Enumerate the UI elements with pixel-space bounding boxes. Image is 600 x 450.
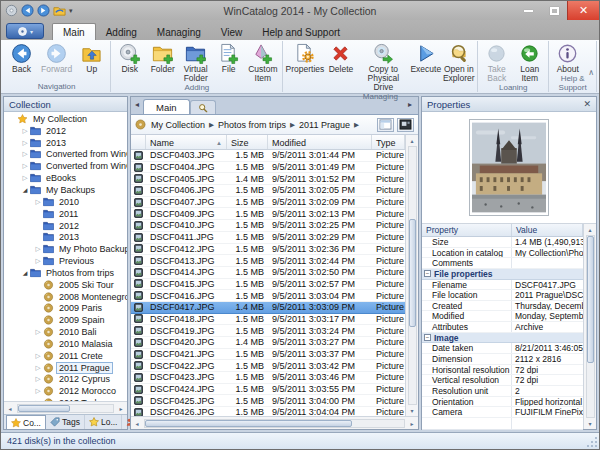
tree-item-2011-crete[interactable]: ▷2011 Crete: [4, 350, 127, 362]
tab-help-and-support[interactable]: Help and Support: [252, 24, 350, 40]
value-column-header[interactable]: Value: [512, 224, 583, 236]
property-row-size[interactable]: Size1.4 MB (1,490,913 ...: [422, 237, 583, 248]
property-row-modified[interactable]: ModifiedMonday, Septembe...: [422, 311, 583, 322]
property-row-camera[interactable]: CameraFUJIFILM FinePix F...: [422, 407, 583, 418]
tree-item-converted-from-wincatalog[interactable]: ▷Converted from WinCatalog: [4, 160, 127, 172]
scroll-left-icon[interactable]: ◂: [131, 420, 143, 427]
file-row-dscf0426-jpg[interactable]: DSCF0426.JPG1.5 MB9/5/2011 3:04:04 PMPic…: [131, 407, 405, 416]
file-row-dscf0412-jpg[interactable]: DSCF0412.JPG1.5 MB9/5/2011 3:02:36 PMPic…: [131, 244, 405, 256]
collapse-group-icon[interactable]: −: [424, 270, 431, 277]
property-row-location-in-catalog[interactable]: Location in catalogMy Collection\Phot...: [422, 248, 583, 259]
tab-adding[interactable]: Adding: [96, 24, 147, 40]
copy-to-physical-drive-button[interactable]: Copy to Physical Drive: [357, 41, 409, 92]
file-row-dscf0411-jpg[interactable]: DSCF0411.JPG1.5 MB9/5/2011 3:02:29 PMPic…: [131, 232, 405, 244]
file-row-dscf0424-jpg[interactable]: DSCF0424.JPG1.5 MB9/5/2011 3:03:55 PMPic…: [131, 384, 405, 396]
loan-item-button[interactable]: Loan Item: [513, 41, 546, 83]
scroll-left-icon[interactable]: ◂: [4, 405, 16, 412]
tree-item-my-photo-backup-old[interactable]: ▷My Photo Backup (Old): [4, 243, 127, 255]
tree-item-2011-prague[interactable]: ▷2011 Prague: [4, 362, 127, 374]
sidebar-tab-tags[interactable]: Tags: [46, 415, 85, 429]
scroll-down-icon[interactable]: ▾: [588, 418, 591, 429]
back-button[interactable]: Back: [5, 41, 38, 74]
app-menu-button[interactable]: ▾: [6, 23, 44, 39]
panel-close-icon[interactable]: ✕: [583, 99, 591, 109]
breadcrumb-arrow-icon[interactable]: ▶: [208, 121, 215, 129]
file-row-dscf0407-jpg[interactable]: DSCF0407.JPG1.5 MB9/5/2011 3:02:09 PMPic…: [131, 197, 405, 209]
expander-closed-icon[interactable]: ▷: [20, 139, 30, 147]
tree-item-2012[interactable]: ▷2012: [4, 125, 127, 137]
maximize-button[interactable]: [541, 1, 567, 20]
expander-closed-icon[interactable]: ▷: [20, 174, 30, 182]
expander-open-icon[interactable]: ◢: [20, 269, 30, 276]
tree-item-previous[interactable]: ▷Previous: [4, 255, 127, 267]
scroll-thumb[interactable]: [18, 405, 70, 412]
file-row-dscf0414-jpg[interactable]: DSCF0414.JPG1.5 MB9/5/2011 3:02:50 PMPic…: [131, 267, 405, 279]
list-vertical-scrollbar[interactable]: ▴ ▾: [405, 135, 418, 416]
tab-main[interactable]: Main: [52, 23, 96, 40]
expander-open-icon[interactable]: ◢: [20, 186, 30, 193]
expander-closed-icon[interactable]: ▷: [20, 162, 30, 170]
tree-item-2013[interactable]: ▷2013: [4, 137, 127, 149]
scroll-track[interactable]: [144, 419, 405, 428]
column-header-size[interactable]: Size: [227, 135, 268, 149]
doc-tab-scroll-left-icon[interactable]: ◂: [133, 100, 143, 111]
scroll-thumb[interactable]: [145, 420, 352, 427]
column-header-name[interactable]: Name▲: [146, 135, 227, 149]
scroll-track[interactable]: [17, 404, 114, 413]
property-row-file-location[interactable]: File location2011 Prague\DSCF...: [422, 290, 583, 301]
doc-tab-main[interactable]: Main: [143, 99, 190, 114]
scroll-down-icon[interactable]: ▾: [410, 405, 413, 416]
disk-button[interactable]: Disk: [113, 41, 146, 74]
collapse-group-icon[interactable]: −: [424, 334, 431, 341]
tree-item-2010-bali[interactable]: ▷2010 Bali: [4, 326, 127, 338]
virtual-folder-button[interactable]: Virtual Folder: [179, 41, 212, 83]
sidebar-tab-co[interactable]: Co...: [6, 415, 46, 429]
file-button[interactable]: File: [212, 41, 245, 74]
tree-item-my-collection[interactable]: My Collection: [4, 113, 127, 125]
property-row-filename[interactable]: FilenameDSCF0417.JPG: [422, 280, 583, 291]
sidebar-tab-lo[interactable]: Lo...: [85, 415, 123, 429]
scroll-up-icon[interactable]: ▴: [588, 224, 591, 235]
change-view-button[interactable]: [377, 118, 394, 132]
file-row-dscf0403-jpg[interactable]: DSCF0403.JPG1.5 MB9/5/2011 3:01:44 PMPic…: [131, 150, 405, 162]
open-in-explorer-button[interactable]: Open in Explorer: [442, 41, 475, 83]
wincatalog-logo-icon[interactable]: [53, 4, 66, 17]
sidebar-horizontal-scrollbar[interactable]: ◂ ▸: [4, 401, 127, 414]
properties-button[interactable]: Properties: [285, 41, 324, 74]
tree-item-2013[interactable]: 2013: [4, 231, 127, 243]
qat-dropdown-icon[interactable]: ▾: [69, 4, 73, 17]
forward-circle-icon[interactable]: [37, 4, 50, 17]
delete-button[interactable]: Delete: [324, 41, 357, 74]
property-column-header[interactable]: Property: [422, 224, 512, 236]
scroll-thumb[interactable]: [409, 219, 416, 327]
breadcrumb-item-my-collection[interactable]: My Collection: [148, 120, 208, 130]
list-horizontal-scrollbar[interactable]: ◂ ▸: [131, 416, 418, 429]
expander-closed-icon[interactable]: ▷: [33, 328, 43, 336]
tree-item-2008-montenegro[interactable]: 2008 Montenegro: [4, 291, 127, 303]
tree-item-2012[interactable]: 2012: [4, 220, 127, 232]
property-row-created[interactable]: CreatedThursday, Decemb...: [422, 301, 583, 312]
property-row-dimension[interactable]: Dimension2112 x 2816: [422, 354, 583, 365]
property-row-attributes[interactable]: AttributesArchive: [422, 322, 583, 333]
scroll-track[interactable]: [408, 146, 417, 405]
tree-item-photos-from-trips[interactable]: ◢Photos from trips: [4, 267, 127, 279]
forward-button[interactable]: Forward: [38, 41, 75, 74]
property-row-comments[interactable]: Comments: [422, 258, 583, 269]
expander-closed-icon[interactable]: ▷: [33, 364, 43, 372]
tree-item-2010[interactable]: ▷2010: [4, 196, 127, 208]
column-header-icon[interactable]: [131, 135, 146, 149]
ribbon-collapse-icon[interactable]: ∧: [588, 68, 594, 77]
tree-item-2009-paris[interactable]: 2009 Paris: [4, 303, 127, 315]
property-row-date-taken[interactable]: Date taken8/21/2011 3:46:05 ...: [422, 343, 583, 354]
breadcrumb-item-2011-prague[interactable]: 2011 Prague: [296, 120, 353, 130]
scroll-track[interactable]: [586, 235, 595, 418]
tab-managing[interactable]: Managing: [147, 24, 211, 40]
tree-item-ebooks[interactable]: ▷eBooks: [4, 172, 127, 184]
property-row-vertical-resolution[interactable]: Vertical resolution72 dpi: [422, 375, 583, 386]
tree-item-2010-malasia[interactable]: 2010 Malasia: [4, 338, 127, 350]
expander-closed-icon[interactable]: ▷: [33, 387, 43, 395]
expander-closed-icon[interactable]: ▷: [33, 352, 43, 360]
file-row-dscf0405-jpg[interactable]: DSCF0405.JPG1.4 MB9/5/2011 3:01:52 PMPic…: [131, 173, 405, 185]
up-button[interactable]: Up: [75, 41, 108, 74]
custom-item-button[interactable]: Custom Item: [245, 41, 280, 83]
